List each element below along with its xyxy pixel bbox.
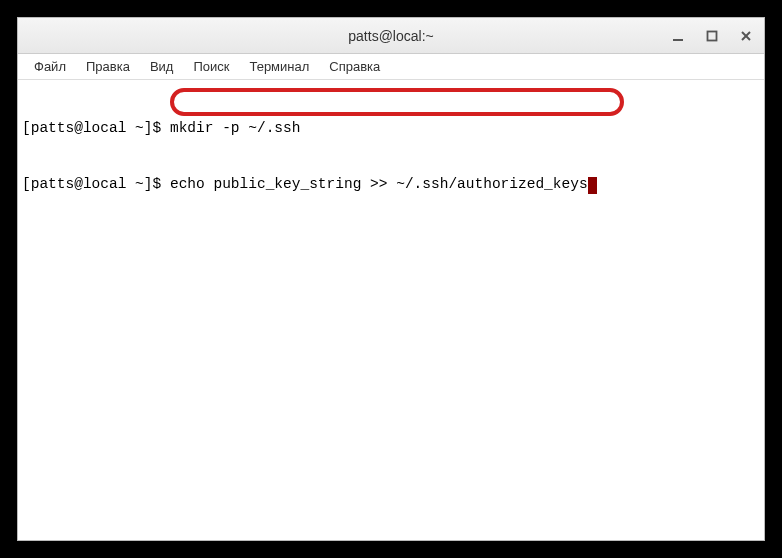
terminal-line-1: [patts@local ~]$ mkdir -p ~/.ssh — [22, 119, 760, 138]
close-button[interactable] — [734, 24, 758, 48]
prompt: [patts@local ~]$ — [22, 120, 170, 136]
menu-view[interactable]: Вид — [140, 57, 184, 76]
command-text: echo public_key_string >> ~/.ssh/authori… — [170, 176, 588, 192]
menu-terminal[interactable]: Терминал — [239, 57, 319, 76]
command-text: mkdir -p ~/.ssh — [170, 120, 301, 136]
annotation-highlight-box — [170, 88, 624, 116]
terminal-line-2: [patts@local ~]$ echo public_key_string … — [22, 175, 760, 194]
menu-file[interactable]: Файл — [24, 57, 76, 76]
minimize-icon — [672, 30, 684, 42]
close-icon — [740, 30, 752, 42]
window-title: patts@local:~ — [348, 28, 433, 44]
terminal-body[interactable]: [patts@local ~]$ mkdir -p ~/.ssh [patts@… — [18, 80, 764, 540]
titlebar[interactable]: patts@local:~ — [18, 18, 764, 54]
terminal-window: patts@local:~ Файл Правка Вид Поиск Терм… — [17, 17, 765, 541]
menu-edit[interactable]: Правка — [76, 57, 140, 76]
menu-search[interactable]: Поиск — [183, 57, 239, 76]
window-controls — [666, 24, 758, 48]
menubar: Файл Правка Вид Поиск Терминал Справка — [18, 54, 764, 80]
prompt: [patts@local ~]$ — [22, 176, 170, 192]
minimize-button[interactable] — [666, 24, 690, 48]
maximize-button[interactable] — [700, 24, 724, 48]
terminal-cursor — [588, 177, 597, 194]
svg-rect-1 — [708, 31, 717, 40]
menu-help[interactable]: Справка — [319, 57, 390, 76]
maximize-icon — [706, 30, 718, 42]
